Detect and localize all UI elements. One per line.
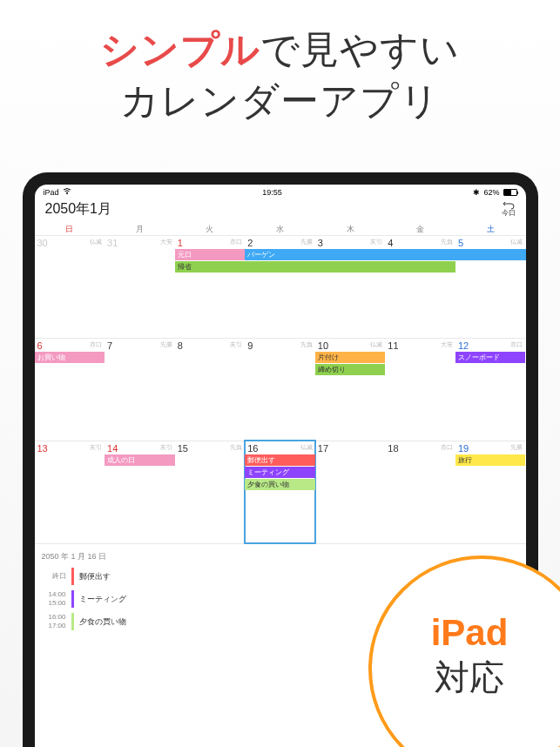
day-number: 9 bbox=[247, 340, 253, 351]
rokuyo-label: 先負 bbox=[300, 340, 313, 351]
headline-line-1: シンプルで見やすい bbox=[0, 24, 560, 76]
agenda-time: 16:0017:00 bbox=[42, 613, 66, 629]
agenda-color-bar bbox=[71, 590, 74, 608]
calendar-cell[interactable]: 30仏滅 bbox=[35, 235, 105, 338]
calendar-cell[interactable]: 12赤口スノーボード bbox=[455, 338, 526, 441]
event-chip[interactable]: バーゲン bbox=[245, 249, 525, 260]
status-bar: iPad 19:55 ✱ 62% bbox=[35, 185, 526, 199]
calendar-cell[interactable]: 19先勝旅行 bbox=[455, 441, 526, 543]
calendar-cell[interactable]: 1赤口元日帰省 bbox=[175, 235, 246, 338]
agenda-title: 郵便出す bbox=[79, 571, 111, 582]
day-number: 31 bbox=[107, 238, 118, 248]
agenda-title: ミーティング bbox=[79, 594, 126, 605]
day-number: 16 bbox=[247, 443, 258, 454]
rokuyo-label: 仏滅 bbox=[300, 443, 313, 454]
rokuyo-label: 先負 bbox=[441, 238, 453, 248]
rokuyo-label: 先勝 bbox=[510, 443, 523, 454]
day-number: 12 bbox=[458, 340, 469, 351]
day-number: 2 bbox=[247, 238, 253, 248]
day-number: 18 bbox=[388, 443, 398, 454]
rokuyo-label: 仏滅 bbox=[90, 238, 102, 248]
day-number: 11 bbox=[388, 340, 398, 351]
headline-accent: シンプル bbox=[100, 28, 260, 71]
day-number: 7 bbox=[107, 340, 112, 351]
app-header: 2050年1月 今日 bbox=[35, 199, 526, 224]
event-chip[interactable]: 締め切り bbox=[315, 364, 386, 375]
battery-pct: 62% bbox=[483, 188, 499, 197]
event-chip[interactable]: 成人の日 bbox=[105, 454, 175, 466]
calendar-cell[interactable]: 11大安 bbox=[385, 338, 455, 441]
day-number: 6 bbox=[37, 340, 43, 351]
agenda-color-bar bbox=[71, 613, 74, 630]
day-number: 3 bbox=[318, 238, 323, 248]
event-chip[interactable]: 郵便出す bbox=[245, 454, 315, 466]
day-number: 17 bbox=[318, 443, 328, 454]
event-chip[interactable]: スノーボード bbox=[455, 352, 526, 363]
badge-line-1: iPad bbox=[431, 612, 509, 654]
status-time: 19:55 bbox=[262, 188, 282, 197]
weekday-label: 日 bbox=[35, 224, 105, 235]
calendar-cell[interactable]: 14友引成人の日 bbox=[105, 441, 175, 543]
agenda-title: 夕食の買い物 bbox=[79, 616, 126, 628]
bluetooth-icon: ✱ bbox=[473, 188, 480, 197]
rokuyo-label: 友引 bbox=[230, 340, 242, 351]
weekday-label: 月 bbox=[105, 224, 175, 235]
calendar-cell[interactable]: 15先負 bbox=[175, 441, 246, 543]
rokuyo-label: 赤口 bbox=[230, 238, 242, 248]
calendar-cell[interactable]: 7先勝 bbox=[105, 338, 175, 441]
weekday-label: 木 bbox=[315, 224, 386, 235]
rokuyo-label: 先勝 bbox=[300, 238, 313, 248]
agenda-time: 14:0015:00 bbox=[42, 590, 66, 607]
day-number: 5 bbox=[458, 238, 463, 248]
event-chip[interactable]: お買い物 bbox=[35, 352, 105, 363]
weekday-label: 土 bbox=[455, 224, 526, 235]
status-device: iPad bbox=[44, 188, 59, 197]
calendar-cell[interactable]: 8友引 bbox=[175, 338, 246, 441]
calendar-cell[interactable]: 18赤口 bbox=[385, 441, 455, 543]
weekday-label: 金 bbox=[385, 224, 455, 235]
calendar-cell[interactable]: 6赤口お買い物 bbox=[35, 338, 105, 441]
wifi-icon bbox=[63, 188, 71, 197]
headline-line-2: カレンダーアプリ bbox=[0, 76, 560, 127]
event-chip[interactable]: 元日 bbox=[175, 249, 246, 260]
calendar-cell[interactable]: 31大安 bbox=[105, 235, 175, 338]
event-chip[interactable]: 片付け bbox=[315, 352, 386, 363]
rokuyo-label: 赤口 bbox=[441, 443, 453, 454]
rokuyo-label: 先勝 bbox=[160, 340, 172, 351]
event-chip[interactable]: 旅行 bbox=[455, 454, 526, 466]
day-number: 14 bbox=[107, 443, 118, 454]
today-label: 今日 bbox=[502, 209, 516, 217]
calendar-cell[interactable]: 2先勝バーゲン bbox=[245, 235, 315, 338]
weekday-label: 火 bbox=[175, 224, 246, 235]
calendar-cell[interactable]: 10仏滅片付け締め切り bbox=[315, 338, 386, 441]
rokuyo-label: 赤口 bbox=[510, 340, 523, 351]
battery-icon bbox=[503, 189, 517, 196]
day-number: 30 bbox=[37, 238, 48, 248]
event-chip[interactable]: 夕食の買い物 bbox=[245, 479, 315, 490]
event-chip[interactable]: ミーティング bbox=[245, 467, 315, 478]
event-chip[interactable]: 帰省 bbox=[175, 261, 455, 273]
badge-line-2: 対応 bbox=[435, 654, 504, 702]
calendar-grid: 30仏滅31大安1赤口元日帰省2先勝バーゲン3友引4先負5仏滅6赤口お買い物7先… bbox=[35, 235, 526, 543]
weekday-label: 水 bbox=[245, 224, 315, 235]
month-title[interactable]: 2050年1月 bbox=[45, 200, 112, 219]
calendar-cell[interactable]: 17 bbox=[315, 441, 386, 543]
day-number: 10 bbox=[318, 340, 328, 351]
headline-rest: で見やすい bbox=[260, 28, 460, 71]
day-number: 13 bbox=[37, 443, 48, 454]
calendar-cell[interactable]: 16仏滅郵便出すミーティング夕食の買い物 bbox=[245, 441, 315, 543]
day-number: 19 bbox=[458, 443, 469, 454]
calendar-cell[interactable]: 13友引 bbox=[35, 441, 105, 543]
rokuyo-label: 赤口 bbox=[90, 340, 102, 351]
weekday-row: 日月火水木金土 bbox=[35, 224, 526, 235]
day-number: 4 bbox=[388, 238, 393, 248]
today-button[interactable]: 今日 bbox=[502, 201, 516, 218]
headline: シンプルで見やすい カレンダーアプリ bbox=[0, 0, 560, 138]
rokuyo-label: 仏滅 bbox=[370, 340, 382, 351]
rokuyo-label: 大安 bbox=[441, 340, 453, 351]
rokuyo-label: 大安 bbox=[160, 238, 172, 248]
agenda-color-bar bbox=[71, 568, 74, 585]
calendar-cell[interactable]: 9先負 bbox=[245, 338, 315, 441]
day-number: 1 bbox=[178, 238, 183, 248]
rokuyo-label: 友引 bbox=[160, 443, 172, 454]
